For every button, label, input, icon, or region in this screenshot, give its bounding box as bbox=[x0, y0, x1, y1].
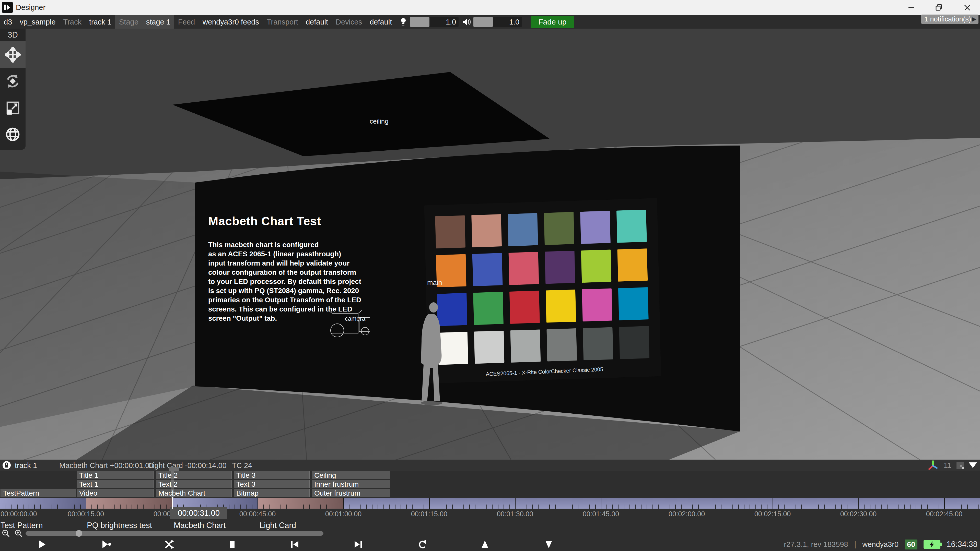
menu-feed[interactable]: Feed bbox=[174, 15, 199, 29]
macbeth-patch bbox=[471, 214, 502, 248]
section-name-test-pattern[interactable]: Test Pattern bbox=[0, 521, 43, 530]
notification-badge[interactable]: 1 notification(s) ▶ bbox=[921, 14, 978, 24]
timeline-layer-block[interactable]: Title 2 bbox=[156, 471, 232, 479]
transport-play-button[interactable] bbox=[35, 538, 49, 551]
timeline-layer-block[interactable]: TestPattern bbox=[0, 489, 76, 497]
timeline-layer-block[interactable]: Title 3 bbox=[234, 471, 310, 479]
ruler-tick bbox=[561, 505, 561, 509]
menu-stage-1[interactable]: stage 1 bbox=[142, 15, 174, 29]
macbeth-patch bbox=[582, 289, 612, 322]
section-name-light-card[interactable]: Light Card bbox=[259, 521, 296, 530]
ruler-section-boundary bbox=[858, 498, 859, 509]
brightness-slider-thumb[interactable] bbox=[410, 17, 430, 27]
volume-control[interactable]: 1.0 bbox=[462, 17, 522, 27]
timeline-scrollbar-thumb[interactable] bbox=[76, 530, 82, 537]
menu-vp_sample[interactable]: vp_sample bbox=[16, 15, 59, 29]
ruler-tick bbox=[315, 505, 315, 509]
restore-button[interactable] bbox=[927, 0, 951, 15]
ruler-tick bbox=[767, 505, 767, 509]
transport-previous-section-button[interactable] bbox=[288, 538, 301, 551]
ruler-tick bbox=[756, 505, 756, 509]
scale-tool-button[interactable] bbox=[0, 94, 25, 121]
timeline-layer-block[interactable]: Title 1 bbox=[76, 471, 154, 479]
speaker-icon bbox=[462, 17, 471, 26]
ruler-section-boundary bbox=[429, 498, 430, 509]
ruler-tick bbox=[606, 505, 607, 509]
macbeth-color-chart[interactable]: ACES2065-1 - X-Rite ColorChecker Classic… bbox=[424, 198, 661, 384]
ruler-tick bbox=[338, 505, 338, 509]
ruler-tick bbox=[818, 505, 819, 509]
ruler-tick bbox=[378, 505, 378, 509]
timeline-panel: track 1 Macbeth Chart +00:00:01.00 Light… bbox=[0, 460, 980, 551]
timeline-layer-block[interactable]: Text 2 bbox=[156, 480, 232, 488]
menu-wendya3r0-feeds[interactable]: wendya3r0 feeds bbox=[199, 15, 263, 29]
ruler-tick bbox=[286, 505, 286, 509]
macbeth-patch bbox=[546, 289, 576, 323]
menu-default[interactable]: default bbox=[302, 15, 332, 29]
timeline-layer-block[interactable]: Outer frustrum bbox=[312, 489, 390, 497]
ruler-tick bbox=[618, 505, 619, 509]
menu-d3[interactable]: d3 bbox=[0, 15, 16, 29]
timeline-layer-block[interactable]: Text 1 bbox=[76, 480, 154, 488]
ruler-tick bbox=[246, 505, 247, 509]
timeline-layer-block[interactable]: Bitmap bbox=[234, 489, 310, 497]
ruler-tick bbox=[487, 505, 487, 509]
volume-slider-thumb[interactable] bbox=[473, 17, 493, 27]
ruler-tick bbox=[46, 505, 46, 509]
camera-label: camera bbox=[345, 315, 365, 322]
ruler-tick bbox=[309, 505, 310, 509]
playhead-handle[interactable] bbox=[169, 467, 179, 471]
macbeth-patch bbox=[618, 287, 649, 321]
ruler-tick bbox=[710, 505, 710, 509]
section-name-pq-brightness-test[interactable]: PQ brightness test bbox=[87, 521, 152, 530]
menu-track-1[interactable]: track 1 bbox=[85, 15, 115, 29]
transport-stop-button[interactable] bbox=[226, 538, 239, 551]
zoom-in-button[interactable] bbox=[14, 529, 24, 538]
brightness-control[interactable]: 1.0 bbox=[399, 17, 458, 27]
ruler-tick bbox=[681, 505, 682, 509]
timeline-layer-block[interactable]: Inner frustrum bbox=[312, 480, 390, 488]
ruler-tick bbox=[383, 505, 384, 509]
timeline-layer-block[interactable]: Video bbox=[76, 489, 154, 497]
timeline-ruler-band[interactable] bbox=[0, 498, 980, 509]
fade-up-button[interactable]: Fade up bbox=[531, 16, 574, 28]
menu-stage[interactable]: Stage bbox=[115, 15, 142, 29]
ruler-tick bbox=[74, 505, 75, 509]
transport-return-to-start-button[interactable] bbox=[416, 538, 429, 551]
ruler-tick bbox=[240, 505, 241, 509]
timeline-layer-block[interactable]: Macbeth Chart bbox=[156, 489, 232, 497]
zoom-out-button[interactable] bbox=[2, 529, 11, 538]
timeline-scrollbar[interactable] bbox=[25, 531, 323, 536]
return-to-start-icon bbox=[417, 539, 428, 550]
transport-up-button[interactable] bbox=[478, 538, 492, 551]
menu-track[interactable]: Track bbox=[59, 15, 85, 29]
ruler-tick bbox=[292, 505, 292, 509]
globe-tool-button[interactable] bbox=[0, 121, 25, 148]
playhead-line[interactable] bbox=[172, 497, 173, 509]
transport-play-section-button[interactable] bbox=[100, 538, 113, 551]
transport-next-section-button[interactable] bbox=[352, 538, 365, 551]
section-name-macbeth-chart[interactable]: Macbeth Chart bbox=[174, 521, 226, 530]
timeline-layer-block[interactable]: Text 3 bbox=[234, 480, 310, 488]
ruler-tick bbox=[103, 505, 103, 509]
camera-wireframe[interactable] bbox=[328, 310, 374, 339]
floor-shade-left bbox=[0, 171, 195, 427]
ruler-tick bbox=[549, 505, 550, 509]
timeline-layer-block[interactable]: Ceiling bbox=[312, 471, 390, 479]
menu-transport[interactable]: Transport bbox=[263, 15, 302, 29]
menu-devices[interactable]: Devices bbox=[332, 15, 366, 29]
minimize-button[interactable] bbox=[899, 0, 923, 15]
ruler-tick bbox=[887, 505, 888, 509]
rotate-tool-button[interactable] bbox=[0, 68, 25, 94]
ruler-tick bbox=[813, 505, 813, 509]
ruler-section-boundary bbox=[86, 498, 86, 509]
transport-down-button[interactable] bbox=[542, 538, 555, 551]
transport-loop-section-button[interactable] bbox=[162, 538, 175, 551]
ruler-tick bbox=[160, 505, 161, 509]
move-tool-button[interactable] bbox=[0, 41, 25, 68]
ruler-tick bbox=[115, 505, 115, 509]
ruler-tick bbox=[143, 505, 143, 509]
menu-default[interactable]: default bbox=[366, 15, 396, 29]
ruler-tick bbox=[263, 505, 264, 509]
close-button[interactable] bbox=[955, 0, 980, 15]
